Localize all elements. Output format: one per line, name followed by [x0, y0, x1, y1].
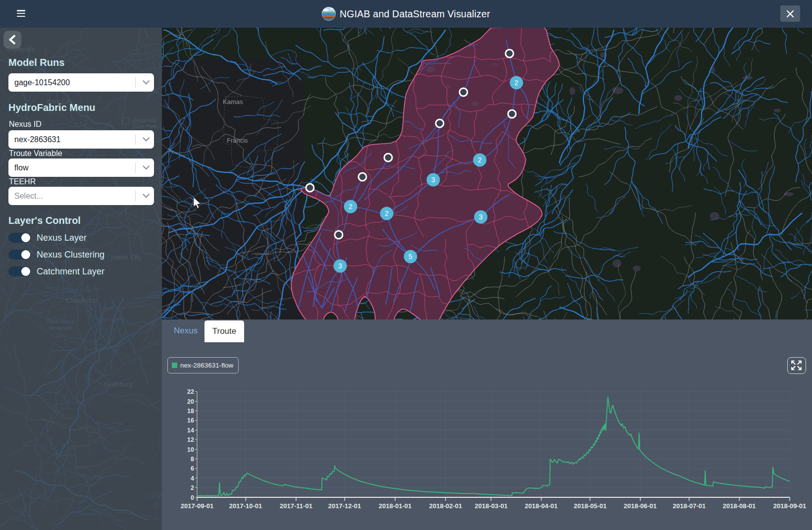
svg-text:0: 0 [191, 494, 194, 501]
svg-text:2: 2 [478, 156, 482, 164]
svg-text:8: 8 [191, 456, 194, 463]
svg-text:Kamas: Kamas [223, 98, 243, 106]
svg-text:2: 2 [191, 484, 194, 491]
svg-text:3: 3 [479, 213, 483, 221]
svg-text:2: 2 [514, 79, 518, 87]
svg-text:2018-02-01: 2018-02-01 [429, 502, 462, 510]
svg-text:22: 22 [187, 388, 194, 395]
svg-text:18: 18 [187, 408, 194, 415]
svg-text:3: 3 [338, 262, 342, 270]
svg-text:2018-05-01: 2018-05-01 [574, 502, 607, 510]
svg-text:14: 14 [187, 427, 194, 434]
svg-text:2018-04-01: 2018-04-01 [525, 502, 558, 510]
svg-text:3: 3 [431, 176, 435, 184]
svg-text:2017-09-01: 2017-09-01 [181, 502, 214, 510]
svg-text:Francis: Francis [227, 137, 248, 144]
svg-text:2018-09-01: 2018-09-01 [773, 502, 807, 510]
svg-text:4: 4 [191, 475, 194, 482]
svg-text:12: 12 [187, 436, 194, 443]
svg-text:2: 2 [385, 210, 389, 217]
svg-text:2018-03-01: 2018-03-01 [475, 502, 508, 510]
svg-text:2018-08-01: 2018-08-01 [723, 502, 756, 510]
svg-text:2017-10-01: 2017-10-01 [229, 502, 262, 510]
svg-text:2018-01-01: 2018-01-01 [379, 502, 412, 510]
svg-text:20: 20 [187, 398, 194, 405]
svg-text:16: 16 [187, 417, 194, 424]
svg-text:5: 5 [408, 253, 412, 261]
svg-text:2: 2 [349, 203, 353, 211]
svg-text:6: 6 [191, 465, 194, 472]
svg-text:10: 10 [187, 446, 194, 453]
svg-text:2018-06-01: 2018-06-01 [624, 502, 657, 510]
svg-text:2017-12-01: 2017-12-01 [328, 502, 361, 510]
svg-text:2017-11-01: 2017-11-01 [280, 502, 312, 510]
svg-text:2018-07-01: 2018-07-01 [673, 502, 706, 510]
